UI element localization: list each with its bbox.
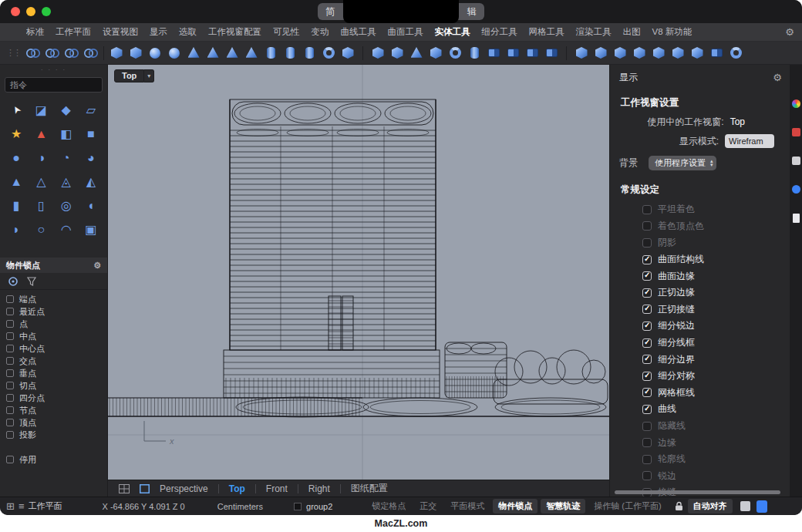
- solid-control-points-tool-icon[interactable]: [689, 44, 706, 62]
- viewport-tab-Perspective[interactable]: Perspective: [160, 483, 208, 494]
- osnap-option-最近点[interactable]: 最近点: [6, 305, 107, 318]
- display-option-隐藏线[interactable]: 隐藏线: [610, 418, 790, 435]
- paraboloid-tool-icon[interactable]: [185, 44, 202, 62]
- close-button[interactable]: [11, 7, 20, 16]
- pyramid-icon[interactable]: ◭: [79, 170, 103, 193]
- sphere-icon[interactable]: ●: [4, 146, 29, 169]
- boolean-intersection-tool-icon[interactable]: [524, 44, 541, 62]
- arc-left-icon[interactable]: ◖: [79, 194, 103, 217]
- display-panel-tab-icon[interactable]: [792, 99, 800, 108]
- grid-icon[interactable]: ⊞: [6, 501, 15, 511]
- display-option-着色顶点色[interactable]: 着色顶点色: [610, 218, 790, 235]
- checkbox[interactable]: [642, 471, 652, 480]
- tab-实体工具[interactable]: 实体工具: [435, 26, 470, 38]
- command-input[interactable]: 指令: [5, 77, 103, 93]
- fillet-edge-tool-icon[interactable]: [573, 44, 590, 62]
- display-option-边缘[interactable]: 边缘: [610, 434, 790, 451]
- viewport-tab-Right[interactable]: Right: [308, 483, 330, 494]
- checkbox[interactable]: [6, 308, 14, 315]
- move-icon[interactable]: ◆: [54, 99, 79, 121]
- boolean-difference-tool-icon[interactable]: [504, 44, 521, 62]
- extrude-tapered-tool-icon[interactable]: [427, 44, 444, 62]
- explode-icon[interactable]: ★: [4, 123, 29, 145]
- torus-icon[interactable]: ◎: [54, 194, 79, 217]
- cap-holes-tool-icon[interactable]: [466, 44, 483, 62]
- checkbox[interactable]: [642, 388, 652, 397]
- cone-icon[interactable]: ▲: [4, 170, 29, 193]
- display-panel-gear-icon[interactable]: ⚙: [773, 72, 782, 82]
- units-label[interactable]: Centimeters: [217, 502, 263, 511]
- tube-icon[interactable]: ▯: [29, 194, 53, 217]
- checkbox[interactable]: [6, 357, 14, 365]
- sidebar-handle-icon[interactable]: · · · ·: [0, 65, 107, 75]
- status-toggle-autoalign[interactable]: 自动对齐: [688, 499, 733, 513]
- curve-icon[interactable]: ◠: [54, 218, 79, 241]
- osnap-option-节点[interactable]: 节点: [6, 404, 107, 416]
- maximize-view-icon[interactable]: [140, 484, 150, 493]
- hemisphere-icon[interactable]: ◑: [29, 146, 53, 169]
- shaded-box-icon[interactable]: ◧: [54, 123, 79, 145]
- linked-rings-icon-3[interactable]: [63, 44, 80, 62]
- osnap-option-点[interactable]: 点: [6, 318, 107, 330]
- checkbox[interactable]: [642, 288, 652, 298]
- spark-icon[interactable]: ▲: [29, 123, 53, 145]
- list-icon[interactable]: ≡: [19, 501, 25, 511]
- notes-panel-tab-icon[interactable]: [793, 214, 800, 223]
- help-panel-tab-icon[interactable]: [792, 185, 800, 194]
- display-option-平坦着色[interactable]: 平坦着色: [610, 201, 790, 218]
- truncated-cone-icon[interactable]: ◬: [54, 170, 79, 193]
- array-solid-tool-icon[interactable]: [708, 44, 725, 62]
- checkbox[interactable]: [6, 456, 14, 463]
- move-face-tool-icon[interactable]: [650, 44, 667, 62]
- status-toggle-平面模式[interactable]: 平面模式: [445, 499, 490, 513]
- clipped-status-icon[interactable]: [757, 500, 767, 513]
- display-option-阴影[interactable]: 阴影: [610, 234, 790, 251]
- select-cursor-icon[interactable]: ➤: [4, 99, 29, 121]
- layers-panel-tab-icon[interactable]: [792, 157, 800, 165]
- linked-rings-icon-2[interactable]: [44, 44, 61, 62]
- checkbox[interactable]: [6, 369, 14, 377]
- box-tool-icon[interactable]: [108, 44, 125, 62]
- sphere-tool-icon[interactable]: [147, 44, 163, 62]
- box-icon[interactable]: ■: [79, 123, 103, 145]
- display-option-轮廓线[interactable]: 轮廓线: [610, 451, 790, 468]
- wire-cut-tool-icon[interactable]: [631, 44, 648, 62]
- display-option-网格框线[interactable]: 网格框线: [610, 385, 790, 402]
- boolean-union-tool-icon[interactable]: [485, 44, 502, 62]
- tab-工作平面[interactable]: 工作平面: [56, 26, 91, 38]
- tab-选取[interactable]: 选取: [179, 26, 197, 38]
- toolbar-grip-icon[interactable]: ⋮⋮: [6, 48, 20, 58]
- ellipsoid-tool-icon[interactable]: [166, 44, 183, 62]
- twist-solid-tool-icon[interactable]: [727, 44, 744, 62]
- filter-funnel-icon[interactable]: [26, 276, 37, 287]
- lock-icon[interactable]: [675, 501, 683, 511]
- checkbox[interactable]: [642, 238, 652, 247]
- tab-变动[interactable]: 变动: [312, 26, 329, 38]
- four-view-layout-icon[interactable]: [119, 484, 130, 493]
- checkbox[interactable]: [6, 345, 14, 352]
- tab-V8 新功能[interactable]: V8 新功能: [652, 26, 692, 38]
- status-toggle-操作轴 (工作平面)[interactable]: 操作轴 (工作平面): [588, 499, 666, 513]
- status-toggle-物件锁点[interactable]: 物件锁点: [493, 499, 537, 513]
- cone-tool-icon[interactable]: [204, 44, 221, 62]
- checkbox[interactable]: [6, 382, 14, 389]
- snap-icon[interactable]: [8, 276, 19, 287]
- checkbox[interactable]: [642, 338, 652, 348]
- background-popup[interactable]: 使用程序设置 ▴▾: [649, 156, 716, 170]
- slab-tool-icon[interactable]: [339, 44, 356, 62]
- display-option-正切边缘[interactable]: 正切边缘: [610, 285, 790, 301]
- checkbox[interactable]: [6, 431, 14, 439]
- materials-panel-tab-icon[interactable]: [792, 128, 800, 136]
- cone-outline-icon[interactable]: △: [29, 170, 53, 193]
- shell-tool-icon[interactable]: [612, 44, 628, 62]
- circle-icon[interactable]: ○: [29, 218, 53, 241]
- linked-rings-icon-4[interactable]: [83, 44, 99, 62]
- viewport-title[interactable]: Top: [114, 69, 144, 82]
- tab-出图[interactable]: 出图: [623, 26, 641, 38]
- checkbox[interactable]: [642, 255, 652, 264]
- extrude-to-point-tool-icon[interactable]: [408, 44, 425, 62]
- checkbox[interactable]: [6, 295, 14, 303]
- tube-tool-icon[interactable]: [281, 44, 298, 62]
- tab-设置视图[interactable]: 设置视图: [103, 26, 138, 38]
- pipe-tool-icon[interactable]: [301, 44, 318, 62]
